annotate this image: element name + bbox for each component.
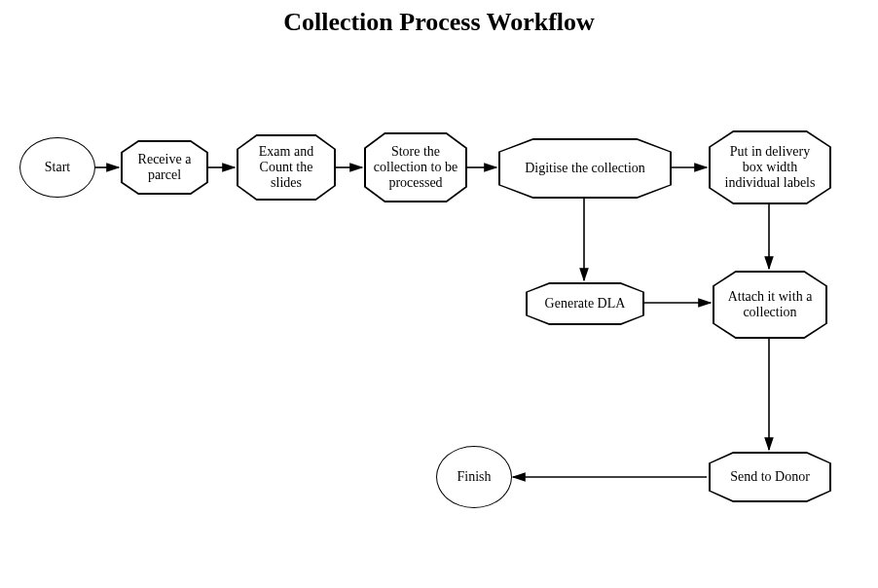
node-gendla: Generate DLA — [526, 282, 644, 325]
node-putbox-label: Put in delivery box width individual lab… — [711, 132, 830, 203]
node-putbox: Put in delivery box width individual lab… — [709, 130, 831, 204]
node-store-label: Store the collection to be processed — [366, 134, 466, 202]
node-receive: Receive a parcel — [121, 140, 208, 195]
node-send: Send to Donor — [709, 452, 831, 502]
node-digitise-label: Digitise the collection — [500, 140, 671, 198]
node-attach-label: Attach it with a collection — [714, 273, 826, 338]
node-start: Start — [19, 137, 95, 198]
page-title: Collection Process Workflow — [0, 8, 878, 37]
node-store: Store the collection to be processed — [364, 132, 467, 202]
node-exam: Exam and Count the slides — [237, 134, 336, 201]
node-send-label: Send to Donor — [711, 454, 830, 501]
node-finish: Finish — [436, 446, 512, 508]
node-attach: Attach it with a collection — [713, 271, 827, 339]
node-digitise: Digitise the collection — [498, 138, 672, 199]
node-exam-label: Exam and Count the slides — [238, 136, 335, 200]
node-finish-label: Finish — [457, 469, 491, 485]
node-start-label: Start — [45, 160, 70, 175]
node-gendla-label: Generate DLA — [528, 284, 643, 324]
node-receive-label: Receive a parcel — [123, 142, 207, 194]
